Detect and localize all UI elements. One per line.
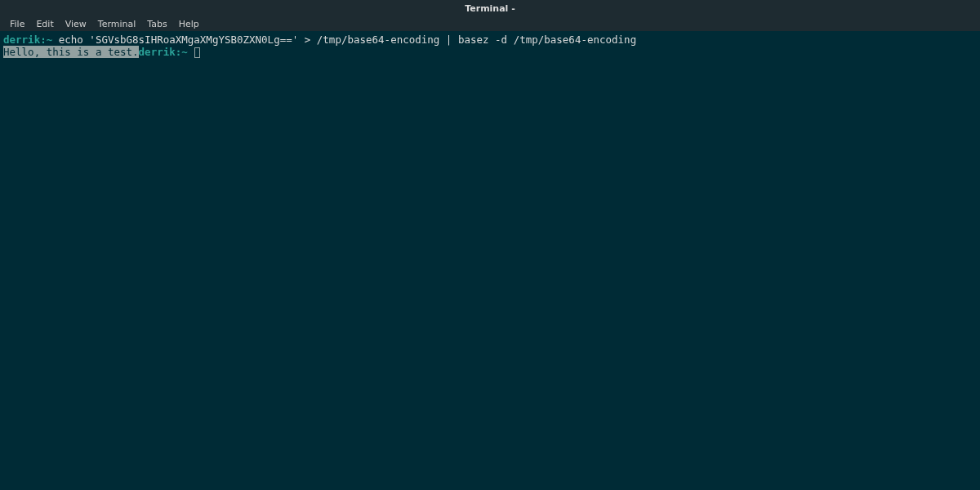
menu-help[interactable]: Help xyxy=(173,17,205,31)
command-line2 xyxy=(188,46,194,58)
window-titlebar: Terminal - xyxy=(0,0,980,16)
menu-terminal[interactable]: Terminal xyxy=(92,17,142,31)
menu-view[interactable]: View xyxy=(60,17,92,31)
terminal-cursor xyxy=(194,47,200,58)
menu-file[interactable]: File xyxy=(4,17,30,31)
menu-edit[interactable]: Edit xyxy=(30,17,59,31)
prompt-line2: derrik:~ xyxy=(139,46,188,58)
window-title: Terminal - xyxy=(465,3,515,14)
menubar: File Edit View Terminal Tabs Help xyxy=(0,16,980,31)
menu-tabs[interactable]: Tabs xyxy=(141,17,172,31)
terminal-viewport[interactable]: derrik:~ echo 'SGVsbG8sIHRoaXMgaXMgYSB0Z… xyxy=(0,31,980,490)
output-highlighted: Hello, this is a test. xyxy=(3,46,139,58)
prompt-line1: derrik:~ xyxy=(3,33,52,46)
command-line1: echo 'SGVsbG8sIHRoaXMgaXMgYSB0ZXN0Lg==' … xyxy=(52,33,636,46)
